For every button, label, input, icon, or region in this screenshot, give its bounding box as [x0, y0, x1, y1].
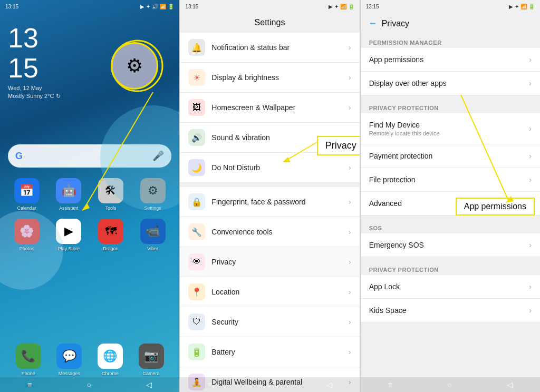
camera-label: Camera: [143, 371, 160, 376]
settings-item-convenience[interactable]: 🔧 Convenience tools ›: [180, 217, 359, 247]
chevron-icon: ›: [529, 124, 532, 133]
nav-back[interactable]: ◁: [326, 380, 332, 389]
dragon-icon: 🗺: [98, 219, 123, 244]
settings-item-location[interactable]: 📍 Location ›: [180, 277, 359, 307]
app-permissions-title: App permissions: [369, 55, 529, 64]
date-display: Wed, 12 May: [8, 85, 171, 91]
display-over-content: Display over other apps: [369, 79, 529, 87]
phone-icon: 📞: [16, 344, 41, 369]
settings-item-battery[interactable]: 🔋 Battery ›: [180, 337, 359, 367]
settings-item-dnd[interactable]: 🌙 Do Not Disturb ›: [180, 153, 359, 183]
convenience-label: Convenience tools: [211, 228, 349, 236]
privacy-divider-2: [361, 215, 540, 220]
settings-item-display[interactable]: ☀ Display & brightness ›: [180, 63, 359, 93]
privacy-item-kids-space[interactable]: Kids Space ›: [361, 299, 540, 322]
chevron-icon: ›: [349, 228, 351, 236]
section-privacy-protection: PRIVACY PROTECTION: [361, 100, 540, 113]
settings-item-homescreen[interactable]: 🖼 Homescreen & Wallpaper ›: [180, 93, 359, 123]
privacy-item-display-over[interactable]: Display over other apps ›: [361, 72, 540, 95]
app-assistant[interactable]: 🤖 Assistant: [50, 178, 88, 211]
chevron-icon: ›: [529, 241, 532, 249]
dock-chrome[interactable]: 🌐 Chrome: [98, 344, 123, 376]
privacy-item-find-device[interactable]: Find My Device Remotely locate this devi…: [361, 113, 540, 144]
sound-icon: 🔊: [188, 129, 205, 146]
chevron-icon: ›: [349, 198, 351, 206]
dock-camera[interactable]: 📷 Camera: [139, 344, 164, 376]
privacy-label: Privacy: [211, 258, 349, 266]
status-time-settings: 13:15: [185, 4, 198, 9]
status-time-home: 13:15: [5, 4, 18, 9]
kids-space-title: Kids Space: [369, 306, 529, 315]
back-arrow-icon[interactable]: ←: [368, 18, 378, 29]
app-viber[interactable]: 📹 Viber: [134, 219, 172, 251]
dnd-icon: 🌙: [188, 159, 205, 176]
settings-app-icon[interactable]: ⚙: [111, 42, 158, 90]
nav-back[interactable]: ◁: [507, 380, 513, 389]
display-over-title: Display over other apps: [369, 79, 529, 87]
app-dragon[interactable]: 🗺 Dragon: [92, 219, 130, 251]
settings-item-fingerprint[interactable]: 🔒 Fingerprint, face & password ›: [180, 187, 359, 217]
file-protection-content: File protection: [369, 175, 529, 184]
settings-list: 🔔 Notification & status bar › ☀ Display …: [180, 33, 359, 392]
section-sos: SOS: [361, 220, 540, 233]
notification-icon: 🔔: [188, 39, 205, 56]
nav-bar-home: ≡ ○ ◁: [0, 377, 179, 392]
display-label: Display & brightness: [211, 73, 349, 82]
privacy-item-emergency-sos[interactable]: Emergency SOS ›: [361, 233, 540, 257]
find-device-title: Find My Device: [369, 121, 529, 129]
status-icons-privacy: ▶ ✦ 📶 🔋: [509, 4, 535, 9]
chevron-icon: ›: [529, 306, 532, 315]
chevron-icon: ›: [529, 79, 532, 87]
privacy-title: Privacy: [382, 19, 409, 28]
nav-bar-privacy: ≡ ○ ◁: [361, 377, 540, 392]
privacy-item-app-lock[interactable]: App Lock ›: [361, 275, 540, 299]
status-icons-settings: ▶ ✦ 📶 🔋: [329, 4, 354, 9]
location-label: Location: [211, 288, 349, 296]
camera-icon: 📷: [139, 344, 164, 369]
app-permissions-callout: App permissions: [456, 198, 535, 215]
settings-item-notification[interactable]: 🔔 Notification & status bar ›: [180, 33, 359, 63]
chevron-icon: ›: [529, 282, 532, 291]
privacy-divider-3: [361, 257, 540, 261]
dragon-label: Dragon: [103, 246, 119, 251]
sos-title: Emergency SOS: [369, 241, 529, 249]
nav-home[interactable]: ○: [87, 380, 91, 389]
google-logo: G: [15, 151, 23, 162]
settings-item-privacy[interactable]: 👁 Privacy ›: [180, 247, 359, 277]
display-icon: ☀: [188, 69, 205, 86]
status-time-privacy: 13:15: [366, 4, 379, 9]
chevron-icon: ›: [349, 348, 351, 356]
phone-label: Phone: [22, 371, 35, 376]
nav-menu[interactable]: ≡: [27, 380, 32, 389]
convenience-icon: 🔧: [188, 223, 205, 240]
privacy-callout: Privacy: [317, 136, 360, 155]
calendar-label: Calendar: [17, 205, 37, 211]
battery-icon: 🔋: [188, 344, 205, 360]
nav-home[interactable]: ○: [447, 380, 451, 389]
chrome-label: Chrome: [102, 371, 119, 376]
nav-menu[interactable]: ≡: [388, 380, 392, 389]
sos-content: Emergency SOS: [369, 241, 529, 249]
settings-item-security[interactable]: 🛡 Security ›: [180, 307, 359, 337]
nav-menu[interactable]: ≡: [207, 380, 211, 389]
nav-home[interactable]: ○: [267, 380, 271, 389]
section-permission-manager: PERMISSION MANAGER: [361, 34, 540, 48]
status-bar-settings: 13:15 ▶ ✦ 📶 🔋: [180, 0, 359, 13]
privacy-item-file-protection[interactable]: File protection ›: [361, 168, 540, 192]
dock-phone[interactable]: 📞 Phone: [16, 344, 41, 376]
chevron-icon: ›: [349, 318, 351, 326]
home-screen-panel: 13:15 ▶ ✦ 🔊 📶 🔋 ⚙ 13 15 Wed, 12 May Most…: [0, 0, 179, 392]
nav-back[interactable]: ◁: [146, 380, 152, 389]
security-icon: 🛡: [188, 313, 205, 330]
gear-icon: ⚙: [126, 55, 143, 77]
chevron-icon: ›: [349, 103, 351, 112]
settings-title: Settings: [180, 13, 359, 33]
viber-icon: 📹: [140, 219, 166, 244]
dock-messages[interactable]: 💬 Messages: [56, 344, 82, 376]
privacy-item-payment[interactable]: Payment protection ›: [361, 144, 540, 168]
app-calendar[interactable]: 📅 Calendar: [8, 178, 46, 211]
notification-label: Notification & status bar: [211, 43, 349, 52]
privacy-item-app-permissions[interactable]: App permissions ›: [361, 48, 540, 72]
status-icons-home: ▶ ✦ 🔊 📶 🔋: [140, 4, 174, 9]
tools-label: Tools: [105, 205, 116, 211]
